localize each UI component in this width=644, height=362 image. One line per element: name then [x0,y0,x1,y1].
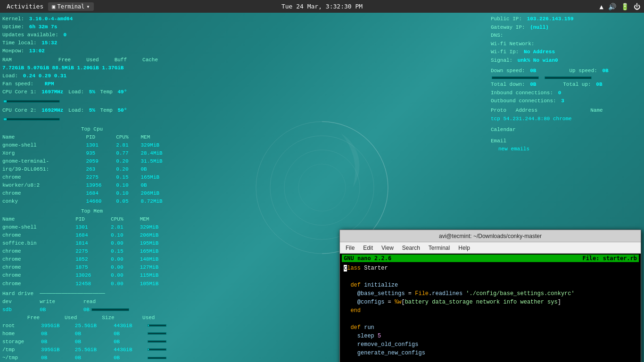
top-mem-title: Top Mem [2,207,182,215]
terminal-title: avi@tecmint: ~/Downloads/conky-master [439,233,542,239]
code-line-8: remove_old_configs [344,340,637,349]
nano-content[interactable]: class Starter def initialize @base_setti… [342,262,639,359]
svg-point-1 [270,136,374,239]
cpu1-temp-value: 49° [118,88,127,96]
table-row: gnome-shell13012.81329MiB [2,223,182,231]
outbound-line: Outbound connections: 3 [491,97,642,106]
terminal-label: Terminal [58,3,85,10]
menu-terminal[interactable]: Terminal [425,244,454,252]
top-cpu-col-mem: MEM [141,133,182,141]
nano-left: GNU nano 2.2.6 [344,255,391,262]
table-row: chrome22750.15165MiB [2,247,182,255]
table-row: chrome16840.10206MiB [2,231,182,239]
cpu2-line: CPU Core 2: 1692MHz Load: 5% Temp 50° [2,107,182,115]
table-row: storage0B0B0B [2,338,182,346]
public-ip-value: 103.226.143.159 [527,15,574,24]
up-speed-bar [545,76,592,79]
signal-value: unk% No wian0 [518,57,558,65]
ram-total-line: 7.72GiB 5.07GiB 88.5MiB 1.20GiB 1.37GiB [2,64,182,72]
conn-proto-header: Proto Address Name [491,107,603,115]
speed-bars [491,76,642,80]
time-moscow-label: Монpow: [2,47,24,55]
nano-header: GNU nano 2.2.6 File: starter.rb [342,255,639,262]
conky-right-panel: Public IP: 103.226.143.159 Gateway IP: (… [491,15,642,154]
hdd-col-dev: dev write read [2,298,96,306]
cpu1-load-label: Load: [68,88,84,96]
conky-left-panel: Kernel: 3.16.0-4-amd64 Uptime: 6h 32m 7s… [2,15,182,362]
signal-label: Signal: [491,57,512,65]
terminal-window: avi@tecmint: ~/Downloads/conky-master Fi… [339,230,641,362]
hdd-row: sdb 0B 0B [2,306,182,314]
table-row: gnome-terminal-20590.2031.5MiB [2,157,182,165]
time-moscow-line: Монpow: 13:02 [2,47,182,55]
uptime-value: 6h 32m 7s [29,23,57,31]
top-cpu-col-pid: PID [86,133,116,141]
signal-line: Signal: unk% No wian0 [491,57,642,65]
dns-line: DNS: [491,32,642,40]
terminal-taskbar-item[interactable]: ▣ Terminal ▾ [48,2,93,11]
inbound-value: 0 [558,89,561,98]
table-row: soffice.bin18140.00195MiB [2,239,182,247]
menu-help[interactable]: Help [454,244,474,252]
table-row: chrome18750.00127MiB [2,263,182,272]
speed-line: Down speed: 0B Up speed: 0B [491,67,642,75]
time-moscow-value: 13:02 [29,47,45,55]
top-mem-table: Name PID CPU% MEM gnome-shell13012.81329… [2,215,182,288]
table-row: chrome16840.10206MiB [2,189,182,197]
battery-icon: 🔋 [621,3,629,10]
cpu2-load-label: Load: [68,107,84,115]
terminal-body: GNU nano 2.2.6 File: starter.rb class St… [340,254,641,362]
terminal-icon: ▣ [52,3,55,10]
uptime-line: Uptime: 6h 32m 7s [2,23,182,31]
table-row: Xorg9350.7728.4MiB [2,149,182,157]
code-line-5: end [344,306,637,315]
code-line-blank1 [344,272,637,281]
svg-point-2 [284,150,360,225]
kernel-label: Kernel: [2,15,24,23]
down-speed-label: Down speed: [491,67,525,75]
ram-label: RAM Free Used Buff Cache [2,56,158,64]
volume-icon: 🔊 [608,3,616,10]
cpu2-load-value: 5% [89,107,95,115]
wifi-ip-value: No Address [524,48,555,57]
cpu2-label: CPU Core 2: [2,107,37,115]
power-icon: ⏻ [634,3,640,10]
cpu1-load-value: 5% [89,88,95,96]
table-row: chrome130260.00115MiB [2,272,182,280]
updates-label: Updates available: [2,31,58,39]
top-cpu-col-name: Name [2,133,86,141]
table-row: root395GiB25.5GiB443GiB [2,322,182,330]
hdd-header: dev write read [2,298,182,306]
topbar-right: ▲ 🔊 🔋 ⏻ [600,3,640,10]
cpu2-bar-container [2,115,182,123]
total-down-value: 0B [530,81,536,89]
cpu1-bar-fill [4,100,7,102]
kernel-value: 3.16.0-4-amd64 [29,15,73,23]
menu-search[interactable]: Search [398,244,424,252]
top-mem-col-pid: PID [75,215,111,223]
activities-button[interactable]: Activities [4,3,46,10]
menu-view[interactable]: View [378,244,397,252]
dns-label: DNS: [491,32,503,40]
fs-table: root395GiB25.5GiB443GiBhome0B0B0Bstorage… [2,322,182,362]
table-row: chrome22750.15165MiB [2,173,182,181]
inbound-label: Inbound connections: [491,89,553,98]
desktop: Kernel: 3.16.0-4-amd64 Uptime: 6h 32m 7s… [0,13,644,362]
menu-file[interactable]: File [342,244,358,252]
up-speed-value: 0B [602,67,608,75]
uptime-label: Uptime: [2,23,24,31]
cpu1-bar [3,100,60,103]
hdd-sdb: sdb 0B 0B [2,306,90,314]
cpu1-temp-label: Temp [100,88,113,96]
down-speed-value: 0B [530,67,536,75]
menu-edit[interactable]: Edit [359,244,377,252]
code-line-7: sleep 5 [344,332,637,340]
hdd-title: Hard drive ───────────────────── [2,291,105,296]
wifi-network-line: Wi-fi Network: [491,40,642,49]
load-line: Load: 0.24 0.29 0.31 [2,72,182,80]
updates-value: 0 [63,31,66,39]
dropdown-arrow-icon: ▾ [86,3,90,10]
hdd-section: Hard drive ───────────────────── [2,290,182,298]
time-local-value: 15:32 [41,39,57,47]
time-local-label: Time local: [2,39,37,47]
